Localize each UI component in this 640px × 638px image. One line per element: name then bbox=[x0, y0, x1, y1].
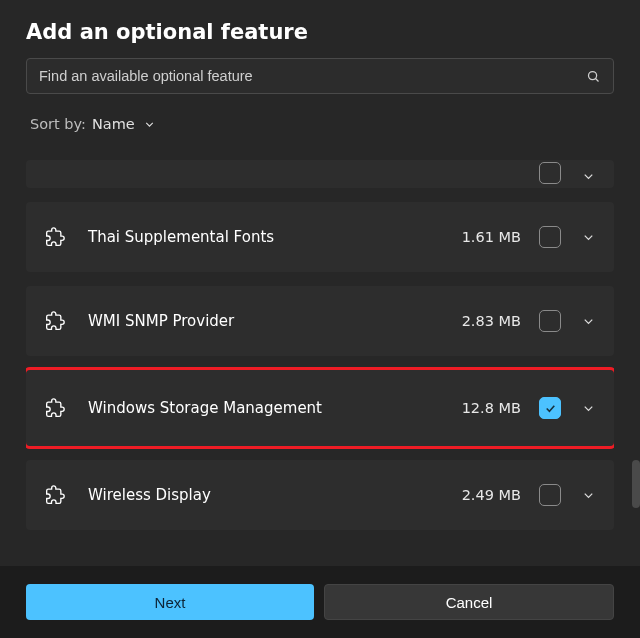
chevron-down-icon[interactable] bbox=[581, 169, 596, 184]
next-button[interactable]: Next bbox=[26, 584, 314, 620]
sort-label: Sort by: bbox=[30, 116, 86, 132]
search-icon bbox=[586, 69, 601, 84]
extension-icon bbox=[44, 310, 66, 332]
feature-row[interactable]: Windows Storage Management 12.8 MB bbox=[26, 370, 614, 446]
dialog-title: Add an optional feature bbox=[0, 0, 640, 50]
chevron-down-icon[interactable] bbox=[581, 230, 596, 245]
feature-checkbox[interactable] bbox=[539, 310, 561, 332]
sort-value: Name bbox=[92, 116, 135, 132]
feature-name: Thai Supplemental Fonts bbox=[88, 228, 462, 246]
feature-row[interactable]: Thai Supplemental Fonts 1.61 MB bbox=[26, 202, 614, 272]
extension-icon bbox=[44, 484, 66, 506]
scrollbar-thumb[interactable] bbox=[632, 460, 640, 508]
feature-checkbox[interactable] bbox=[539, 226, 561, 248]
feature-name: WMI SNMP Provider bbox=[88, 312, 462, 330]
feature-row[interactable]: Wireless Display 2.49 MB bbox=[26, 460, 614, 530]
feature-checkbox[interactable] bbox=[539, 162, 561, 184]
chevron-down-icon[interactable] bbox=[581, 314, 596, 329]
extension-icon bbox=[44, 226, 66, 248]
chevron-down-icon[interactable] bbox=[581, 488, 596, 503]
feature-name: Wireless Display bbox=[88, 486, 462, 504]
feature-row[interactable]: WMI SNMP Provider 2.83 MB bbox=[26, 286, 614, 356]
feature-checkbox[interactable] bbox=[539, 397, 561, 419]
feature-size: 1.61 MB bbox=[462, 229, 521, 245]
sort-by-dropdown[interactable]: Sort by: Name bbox=[0, 94, 640, 132]
feature-size: 12.8 MB bbox=[462, 400, 521, 416]
chevron-down-icon[interactable] bbox=[581, 401, 596, 416]
dialog-footer: Next Cancel bbox=[0, 566, 640, 638]
cancel-button[interactable]: Cancel bbox=[324, 584, 614, 620]
feature-list: Thai Supplemental Fonts 1.61 MB WMI SNMP… bbox=[26, 160, 614, 546]
feature-name: Windows Storage Management bbox=[88, 399, 462, 417]
feature-checkbox[interactable] bbox=[539, 484, 561, 506]
feature-size: 2.83 MB bbox=[462, 313, 521, 329]
svg-point-0 bbox=[589, 71, 597, 79]
chevron-down-icon bbox=[143, 118, 156, 131]
feature-size: 2.49 MB bbox=[462, 487, 521, 503]
feature-row-partial[interactable] bbox=[26, 160, 614, 188]
search-input[interactable] bbox=[39, 68, 586, 84]
svg-line-1 bbox=[596, 78, 599, 81]
search-box[interactable] bbox=[26, 58, 614, 94]
extension-icon bbox=[44, 397, 66, 419]
extension-icon bbox=[44, 162, 66, 184]
